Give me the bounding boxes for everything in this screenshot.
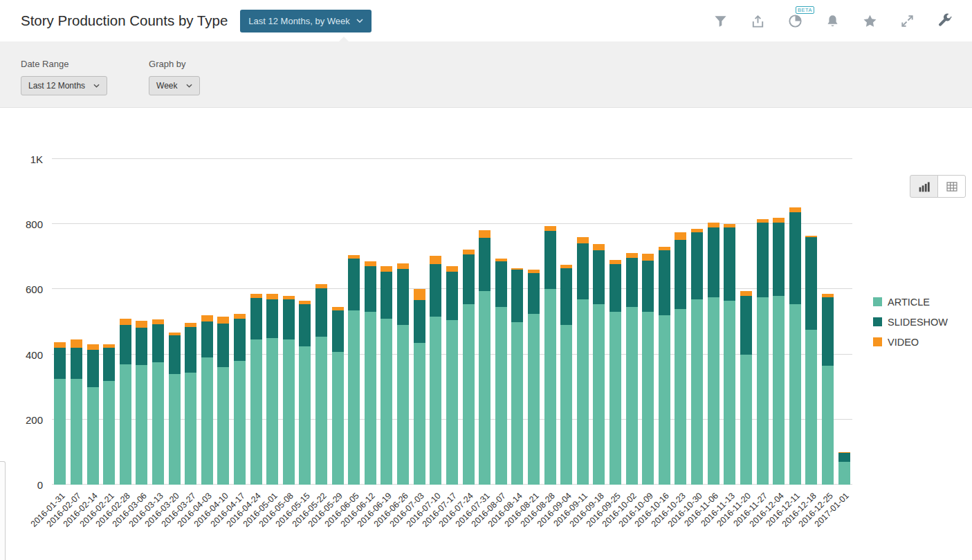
stacked-bar[interactable]: [805, 236, 817, 485]
bar-column[interactable]: 2016-05-22: [313, 159, 330, 485]
bar-segment-slideshow[interactable]: [838, 453, 850, 462]
stacked-bar[interactable]: [642, 254, 654, 485]
stacked-bar[interactable]: [299, 301, 311, 485]
bar-segment-slideshow[interactable]: [250, 298, 262, 339]
bar-segment-slideshow[interactable]: [626, 258, 638, 308]
bar-segment-slideshow[interactable]: [54, 348, 66, 379]
bar-segment-slideshow[interactable]: [315, 288, 327, 337]
bar-segment-slideshow[interactable]: [266, 299, 278, 339]
stacked-bar[interactable]: [315, 284, 327, 485]
bar-column[interactable]: 2016-09-25: [607, 159, 624, 485]
bar-segment-video[interactable]: [87, 344, 99, 349]
bar-chart-view-button[interactable]: [910, 175, 938, 198]
bar-segment-slideshow[interactable]: [659, 250, 670, 315]
bar-column[interactable]: 2016-06-19: [378, 159, 395, 485]
bar-segment-article[interactable]: [136, 365, 147, 485]
stacked-bar[interactable]: [511, 268, 523, 485]
bar-segment-article[interactable]: [528, 314, 540, 485]
bar-segment-slideshow[interactable]: [740, 296, 752, 355]
stacked-bar[interactable]: [103, 344, 115, 485]
bar-segment-slideshow[interactable]: [380, 272, 392, 319]
bar-segment-article[interactable]: [315, 337, 327, 485]
bar-segment-slideshow[interactable]: [217, 324, 229, 368]
bar-column[interactable]: 2016-05-01: [264, 159, 281, 485]
bar-segment-article[interactable]: [609, 312, 621, 485]
bar-segment-slideshow[interactable]: [773, 223, 785, 296]
bar-column[interactable]: 2016-02-14: [84, 159, 101, 485]
stacked-bar[interactable]: [708, 223, 719, 485]
stacked-bar[interactable]: [71, 339, 82, 485]
bar-segment-video[interactable]: [708, 223, 719, 227]
stacked-bar[interactable]: [54, 342, 66, 485]
bar-column[interactable]: 2016-07-03: [411, 159, 428, 485]
bar-segment-slideshow[interactable]: [446, 272, 458, 320]
bar-column[interactable]: 2016-04-24: [248, 159, 264, 485]
bar-column[interactable]: 2016-10-09: [640, 159, 657, 485]
bar-segment-article[interactable]: [560, 325, 572, 485]
bar-segment-slideshow[interactable]: [463, 254, 475, 304]
stacked-bar[interactable]: [626, 253, 638, 485]
bar-segment-video[interactable]: [430, 256, 441, 264]
bar-segment-video[interactable]: [54, 342, 66, 348]
bar-segment-slideshow[interactable]: [708, 227, 719, 297]
bar-segment-video[interactable]: [463, 250, 475, 254]
bar-segment-video[interactable]: [120, 319, 131, 325]
stacked-bar[interactable]: [495, 259, 507, 485]
bar-segment-video[interactable]: [544, 226, 556, 231]
notifications-icon[interactable]: [825, 13, 841, 29]
bar-segment-article[interactable]: [201, 357, 213, 485]
stacked-bar[interactable]: [136, 321, 147, 485]
bar-segment-slideshow[interactable]: [724, 227, 735, 301]
bar-segment-video[interactable]: [266, 294, 278, 299]
bar-column[interactable]: 2016-10-02: [623, 159, 640, 485]
bar-column[interactable]: 2016-06-12: [363, 159, 379, 485]
bar-column[interactable]: 2016-12-04: [771, 159, 787, 485]
bar-segment-slideshow[interactable]: [805, 237, 817, 330]
bar-segment-slideshow[interactable]: [201, 321, 213, 358]
bar-segment-article[interactable]: [283, 339, 295, 485]
bar-segment-video[interactable]: [446, 266, 458, 272]
bar-column[interactable]: 2016-11-06: [705, 159, 722, 485]
bar-segment-article[interactable]: [152, 362, 164, 485]
bar-segment-video[interactable]: [397, 263, 409, 269]
bar-segment-slideshow[interactable]: [757, 223, 769, 297]
bar-segment-article[interactable]: [724, 301, 735, 485]
graph-by-select[interactable]: Week: [149, 76, 199, 95]
bar-segment-article[interactable]: [708, 297, 719, 485]
bar-segment-article[interactable]: [691, 299, 703, 485]
bar-segment-slideshow[interactable]: [348, 259, 360, 310]
bar-segment-article[interactable]: [544, 289, 556, 485]
bar-column[interactable]: 2016-11-20: [738, 159, 755, 485]
bar-segment-article[interactable]: [266, 338, 278, 485]
bar-segment-video[interactable]: [479, 230, 490, 239]
bar-segment-article[interactable]: [332, 352, 344, 485]
bar-segment-video[interactable]: [136, 321, 147, 327]
stacked-bar[interactable]: [789, 207, 801, 485]
bar-segment-video[interactable]: [675, 232, 686, 240]
bar-column[interactable]: 2016-02-28: [117, 159, 134, 485]
bar-segment-video[interactable]: [365, 261, 376, 266]
bar-column[interactable]: 2016-01-31: [52, 159, 68, 485]
bar-segment-article[interactable]: [54, 379, 66, 485]
bar-column[interactable]: 2016-12-18: [803, 159, 820, 485]
bar-segment-article[interactable]: [120, 364, 131, 485]
bar-segment-slideshow[interactable]: [234, 319, 246, 361]
export-icon[interactable]: [750, 13, 766, 29]
bar-segment-video[interactable]: [789, 207, 801, 212]
bar-column[interactable]: 2016-07-24: [460, 159, 477, 485]
bar-segment-article[interactable]: [217, 367, 229, 485]
bar-column[interactable]: 2016-06-05: [346, 159, 363, 485]
stacked-bar[interactable]: [397, 263, 409, 485]
bar-column[interactable]: 2016-02-21: [101, 159, 118, 485]
bar-segment-slideshow[interactable]: [71, 348, 82, 379]
stacked-bar[interactable]: [250, 294, 262, 485]
bar-segment-slideshow[interactable]: [169, 335, 181, 374]
bar-column[interactable]: 2016-03-27: [183, 159, 199, 485]
bar-column[interactable]: 2016-11-13: [722, 159, 738, 485]
bar-segment-article[interactable]: [740, 355, 752, 485]
bar-segment-article[interactable]: [397, 325, 409, 485]
bar-segment-article[interactable]: [430, 317, 441, 485]
bar-column[interactable]: 2016-07-31: [477, 159, 493, 485]
stacked-bar[interactable]: [675, 232, 686, 485]
bar-segment-article[interactable]: [822, 366, 834, 485]
